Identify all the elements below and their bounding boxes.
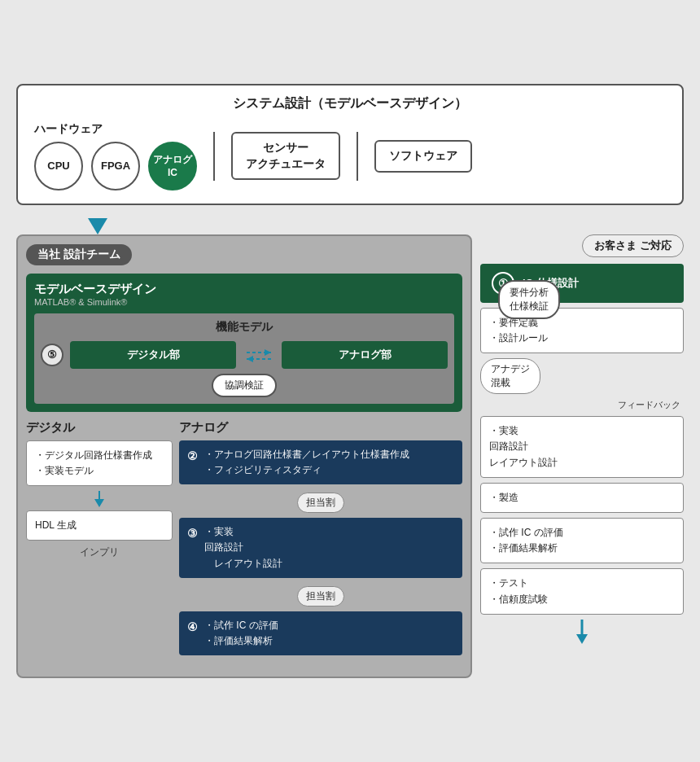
- analog-col: アナログ ② ・アナログ回路仕様書／レイアウト仕様書作成 ・フィジビリティスタデ…: [179, 420, 462, 660]
- analog-box2: ② ・アナログ回路仕様書／レイアウト仕様書作成 ・フィジビリティスタディ: [179, 440, 462, 484]
- mbd-subtitle: MATLAB® & Simulink®: [34, 297, 454, 307]
- digital-col: デジタル ・デジタル回路仕様書作成 ・実装モデル HDL 生成 インプリ: [26, 420, 173, 660]
- dashed-arrows: [243, 343, 275, 367]
- okkyaku-label: お客さま ご対応: [582, 234, 684, 257]
- hardware-label: ハードウェア: [34, 122, 103, 137]
- step3-label: ③: [187, 524, 198, 542]
- okkyaku-label-row: お客さま ご対応: [480, 234, 684, 257]
- columns-area: デジタル ・デジタル回路仕様書作成 ・実装モデル HDL 生成 インプリ: [26, 420, 462, 660]
- hardware-section: ハードウェア CPU FPGA アナログIC センサーアクチュエータ ソフトウェ…: [34, 122, 666, 190]
- kino-parts: ⑤ デジタル部 アナログ部: [41, 341, 448, 369]
- hdl-box: HDL 生成: [26, 510, 173, 541]
- digital-box1: ・デジタル回路仕様書作成 ・実装モデル: [26, 440, 173, 486]
- analog-col-title: アナログ: [179, 420, 462, 436]
- mbd-title: モデルベースデザイン: [34, 282, 454, 297]
- step5-circle: ⑤: [41, 344, 63, 366]
- system-design-box: システム設計（モデルベースデザイン） ハードウェア CPU FPGA アナログI…: [16, 84, 684, 205]
- svg-marker-6: [94, 499, 104, 507]
- chip-cpu: CPU: [34, 142, 83, 190]
- mbd-inner: 機能モデル ⑤ デジタル部 アナログ部: [34, 313, 454, 404]
- test-box: ・テスト ・信頼度試験: [480, 568, 684, 614]
- impl-box: ・実装 回路設計 レイアウト設計: [480, 416, 684, 478]
- divider2: [357, 132, 358, 181]
- diagram-container: システム設計（モデルベースデザイン） ハードウェア CPU FPGA アナログI…: [16, 84, 684, 678]
- final-arrow: [480, 620, 684, 644]
- top-arrow: [16, 218, 684, 234]
- seizo-box: ・製造: [480, 483, 684, 513]
- chip-analog: アナログIC: [148, 142, 197, 190]
- hw-chips: CPU FPGA アナログIC: [34, 142, 197, 190]
- right-items: ① IC 仕様設計 ・要件定義 ・設計ルール アナデジ混載 フィードバック ・実…: [480, 264, 684, 644]
- sensor-box: センサーアクチュエータ: [231, 132, 340, 180]
- digital-part: デジタル部: [70, 341, 236, 369]
- divider: [213, 132, 215, 181]
- kinomodel-label: 機能モデル: [41, 320, 448, 335]
- tantou2-row: 担当割: [179, 583, 462, 610]
- eval-box: ・試作 IC の評価 ・評価結果解析: [480, 518, 684, 563]
- kyocho-box: 協調検証: [212, 374, 277, 397]
- software-box: ソフトウェア: [374, 140, 472, 173]
- tantou2-badge: 担当割: [297, 586, 344, 607]
- digital-col-title: デジタル: [26, 420, 173, 436]
- arrow-down-1: [26, 491, 173, 507]
- step4-label: ④: [187, 618, 198, 636]
- yoken-box: 要件分析 仕様検証: [498, 280, 560, 319]
- analog-part: アナログ部: [282, 341, 448, 369]
- chip-fpga: FPGA: [91, 142, 140, 190]
- svg-marker-4: [247, 356, 253, 362]
- tantou1-row: 担当割: [179, 489, 462, 516]
- team-label: 当社 設計チーム: [26, 244, 132, 265]
- svg-marker-0: [88, 218, 107, 234]
- svg-marker-8: [576, 634, 588, 644]
- main-area: 当社 設計チーム モデルベースデザイン MATLAB® & Simulink® …: [16, 234, 684, 678]
- left-panel: 当社 設計チーム モデルベースデザイン MATLAB® & Simulink® …: [16, 234, 472, 678]
- svg-marker-2: [265, 349, 271, 356]
- anadeji-row: アナデジ混載: [480, 358, 684, 394]
- anadeji-box: アナデジ混載: [480, 358, 540, 394]
- tantou1-badge: 担当割: [297, 493, 344, 513]
- left-panel-bg: 当社 設計チーム モデルベースデザイン MATLAB® & Simulink® …: [16, 234, 472, 678]
- system-design-title: システム設計（モデルベースデザイン）: [34, 95, 666, 112]
- arrow-svg: [81, 218, 114, 234]
- feedback-label: フィードバック: [480, 399, 684, 411]
- mbd-box: モデルベースデザイン MATLAB® & Simulink® 要件分析 仕様検証…: [26, 274, 462, 412]
- impuri-label: インプリ: [26, 545, 173, 559]
- step2-label: ②: [187, 447, 198, 465]
- analog-box4: ④ ・試作 IC の評価 ・評価結果解析: [179, 611, 462, 655]
- analog-box3: ③ ・実装 回路設計 レイアウト設計: [179, 518, 462, 578]
